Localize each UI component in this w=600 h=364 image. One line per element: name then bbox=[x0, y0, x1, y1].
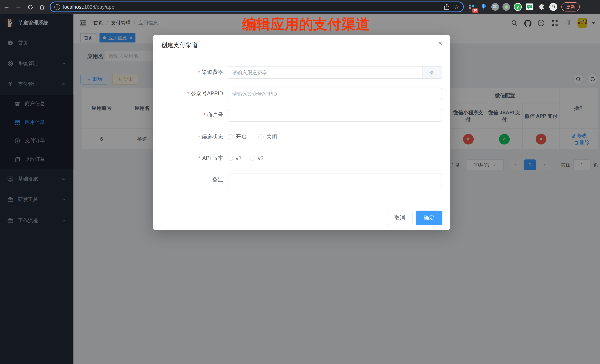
remark-input[interactable] bbox=[228, 173, 442, 186]
radio-circle bbox=[258, 134, 264, 140]
bookmark-star-icon[interactable]: ☆ bbox=[454, 3, 459, 10]
browser-forward-icon[interactable]: → bbox=[13, 1, 24, 12]
merchant-label: 商户号 bbox=[207, 112, 223, 118]
extensions-row: 10 ⌘ y bbox=[468, 3, 558, 11]
screen: ← → i localhost:1024/pay/app ☆ 10 bbox=[0, 0, 600, 364]
extension-badge: 10 bbox=[472, 8, 478, 13]
balloon-extension-icon[interactable] bbox=[479, 3, 488, 11]
status-field-row: *渠道状态 开启 关闭 bbox=[153, 130, 450, 143]
dialog-close-icon[interactable]: × bbox=[438, 39, 442, 47]
api-v3-radio[interactable]: v3 bbox=[250, 155, 263, 161]
chat-extension-icon[interactable] bbox=[525, 3, 534, 11]
share-icon[interactable] bbox=[444, 4, 450, 10]
cancel-button[interactable]: 取消 bbox=[387, 211, 412, 225]
y-extension-icon[interactable]: y bbox=[514, 3, 522, 11]
command-extension-icon[interactable]: ⌘ bbox=[491, 3, 499, 11]
devtools-extension-icon[interactable]: 10 bbox=[468, 3, 476, 11]
browser-menu-icon[interactable]: ⋮ bbox=[581, 4, 587, 10]
address-bar[interactable]: i localhost:1024/pay/app ☆ bbox=[50, 1, 464, 12]
status-closed-radio[interactable]: 关闭 bbox=[258, 134, 277, 140]
radio-circle bbox=[250, 155, 255, 161]
browser-home-icon[interactable] bbox=[37, 1, 47, 12]
browser-back-icon[interactable]: ← bbox=[1, 1, 12, 12]
confirm-button[interactable]: 确定 bbox=[416, 211, 442, 225]
remark-field-row: 备注 bbox=[153, 173, 450, 186]
create-channel-dialog: 创建支付渠道 × *渠道费率 % *公众号APPID *商户号 *渠道状态 开启… bbox=[153, 35, 450, 230]
api-v2-radio[interactable]: v2 bbox=[228, 155, 242, 161]
api-label: API 版本 bbox=[202, 155, 223, 162]
rate-field-row: *渠道费率 % bbox=[153, 66, 450, 79]
dialog-title: 创建支付渠道 bbox=[161, 41, 198, 49]
browser-reload-icon[interactable] bbox=[25, 1, 36, 12]
api-field-row: *API 版本 v2 v3 bbox=[153, 152, 450, 165]
browser-update-button[interactable]: 更新 bbox=[562, 2, 580, 11]
rate-label: 渠道费率 bbox=[202, 69, 223, 76]
merchant-input[interactable] bbox=[228, 109, 442, 121]
extensions-puzzle-icon[interactable] bbox=[537, 3, 545, 11]
svg-text:y: y bbox=[517, 4, 519, 9]
appid-label: 公众号APPID bbox=[191, 90, 223, 97]
url-path: :1024/pay/app bbox=[83, 4, 114, 10]
browser-toolbar: ← → i localhost:1024/pay/app ☆ 10 bbox=[0, 0, 600, 14]
profile-avatar-icon[interactable] bbox=[549, 3, 557, 11]
status-label: 渠道状态 bbox=[202, 134, 223, 140]
appid-input[interactable] bbox=[228, 87, 442, 100]
radio-circle bbox=[228, 155, 233, 161]
annotation-text: 编辑应用的支付渠道 bbox=[242, 17, 370, 32]
rate-input[interactable] bbox=[228, 66, 422, 79]
appid-field-row: *公众号APPID bbox=[153, 87, 450, 100]
site-info-icon[interactable]: i bbox=[54, 4, 60, 10]
radio-circle bbox=[228, 134, 233, 140]
remark-label: 备注 bbox=[212, 176, 223, 183]
url-host: localhost bbox=[63, 4, 83, 10]
status-open-radio[interactable]: 开启 bbox=[228, 134, 246, 140]
merchant-field-row: *商户号 bbox=[153, 109, 450, 121]
percent-suffix: % bbox=[422, 66, 442, 79]
recorder-extension-icon[interactable] bbox=[502, 3, 510, 11]
